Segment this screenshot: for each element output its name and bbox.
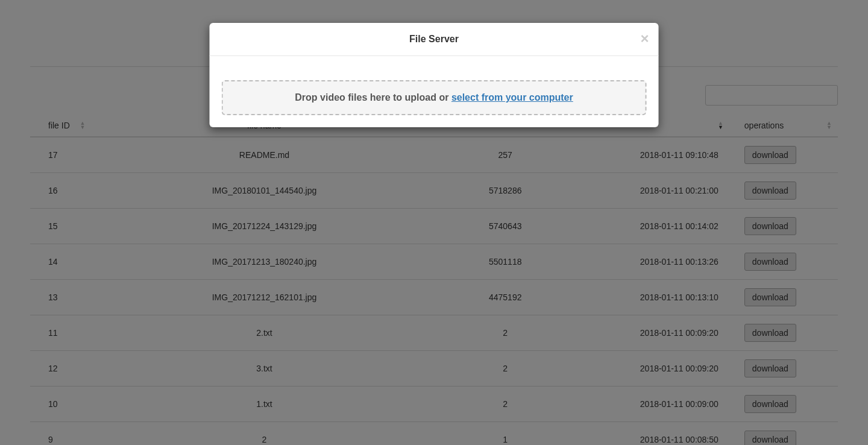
close-button[interactable]: × <box>640 31 649 46</box>
close-icon: × <box>640 30 649 46</box>
dropzone-text: Drop video files here to upload or <box>295 92 451 103</box>
upload-modal: File Server × Drop video files here to u… <box>210 23 659 127</box>
modal-title: File Server <box>409 34 459 44</box>
modal-header: File Server × <box>210 23 659 56</box>
select-from-computer-link[interactable]: select from your computer <box>451 92 573 103</box>
upload-dropzone[interactable]: Drop video files here to upload or selec… <box>222 80 647 115</box>
modal-body: Drop video files here to upload or selec… <box>210 56 659 127</box>
